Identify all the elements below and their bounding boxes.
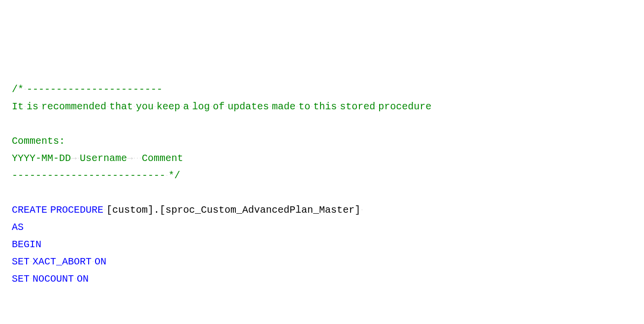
keyword-on: ON [77,273,89,285]
tab-arrow: → [127,150,133,167]
keyword-as: AS [12,222,24,233]
code-line-10: BEGIN [12,236,632,253]
comment-text: made [272,101,295,112]
code-line-2: It·is·recommended·that·you·keep·a·log·of… [12,98,632,115]
code-line-5: YYYY-MM-DD→·Username→···Comment [12,150,632,167]
comment-text: procedure [378,101,431,112]
comment-text: Username [80,153,127,164]
keyword-set: SET [12,273,30,285]
comment-text: recommended [41,101,106,112]
code-line-11: SET·XACT_ABORT·ON [12,253,632,270]
comment-text: log [192,101,210,112]
comment-text: YYYY-MM-DD [12,153,71,164]
code-line-4: Comments: [12,132,632,150]
comment-text: stored [340,101,375,112]
comment-text: It [12,101,24,112]
comment-text: ----------------------- [27,84,162,95]
comment-text: */ [168,170,180,181]
code-line-15: EXEC·[custom].[sproc_custom_<yourstoredp… [12,322,632,324]
keyword-on: ON [95,256,106,267]
comment-text: that [109,101,133,112]
whitespace-dot: · [360,206,363,215]
comment-text: Comment [142,153,183,164]
identifier-text: [custom].[sproc_Custom_AdvancedPlan_Mast… [106,204,360,216]
code-line-7 [12,184,632,201]
comment-text: -------------------------- [12,170,165,181]
comment-text: keep [157,101,180,112]
code-line-1: /*·----------------------- [12,81,632,98]
comment-text: /* [12,84,24,95]
comment-text: this [313,101,337,112]
code-line-13 [12,288,632,305]
code-line-9: AS [12,219,632,236]
keyword-set: SET [12,256,30,267]
code-line-6: --------------------------·*/ [12,167,632,184]
comment-text: is [27,101,38,112]
comment-text: you [136,101,154,112]
keyword-xact-abort: XACT_ABORT [32,256,92,267]
keyword-create: CREATE [12,204,47,216]
comment-text: a [183,101,189,112]
keyword-begin: BEGIN [12,239,41,250]
code-line-14 [12,305,632,322]
comment-text: updates [227,101,269,112]
sql-code-block: /*·-----------------------It·is·recommen… [12,81,632,324]
code-line-12: SET·NOCOUNT·ON [12,270,632,288]
comment-text: to [298,101,310,112]
keyword-nocount: NOCOUNT [32,273,74,285]
code-line-3 [12,115,632,132]
keyword-procedure: PROCEDURE [50,204,103,216]
comment-text: Comments: [12,135,65,147]
comment-text: of [213,101,225,112]
tab-arrow: → [71,150,77,167]
code-line-8: CREATE·PROCEDURE·[custom].[sproc_Custom_… [12,201,632,219]
